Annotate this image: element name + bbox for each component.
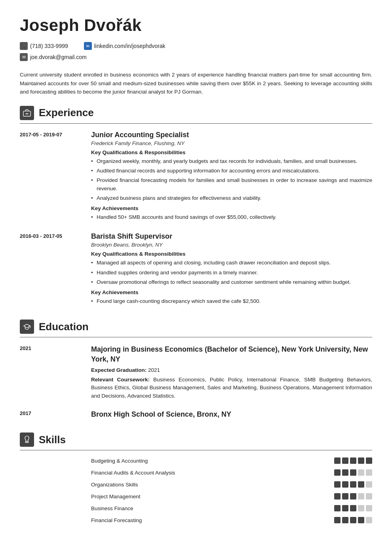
skill-dot-1-1 xyxy=(342,469,348,476)
skill-dot-4-0 xyxy=(334,505,341,511)
skill-name-5: Financial Forecasting xyxy=(91,517,326,523)
skill-dot-0-4 xyxy=(366,457,372,464)
exp2-qual-heading: Key Qualifications & Responsibilities xyxy=(91,251,372,257)
candidate-name: Joseph Dvořák xyxy=(20,16,372,35)
skill-dot-4-2 xyxy=(350,505,356,511)
skill-dot-0-0 xyxy=(334,457,341,464)
skill-dot-3-3 xyxy=(358,493,364,500)
education-divider xyxy=(20,337,372,337)
education-icon xyxy=(20,320,34,334)
skill-dot-2-1 xyxy=(342,481,348,488)
skills-list: Budgeting & AccountingFinancial Audits &… xyxy=(20,457,372,523)
skill-dots-3 xyxy=(334,493,372,500)
exp1-title: Junior Accounting Specialist xyxy=(91,131,372,139)
exp2-achievements: Found large cash-counting discrepancy wh… xyxy=(91,297,372,305)
edu2-details: Bronx High School of Science, Bronx, NY xyxy=(91,410,372,421)
experience-entry-1: 2017-05 - 2019-07 Junior Accounting Spec… xyxy=(20,131,372,225)
skill-dot-1-4 xyxy=(366,469,372,476)
edu2-title: Bronx High School of Science, Bronx, NY xyxy=(91,410,372,419)
edu1-date: 2021 xyxy=(20,344,83,402)
exp1-ach-heading: Key Achievements xyxy=(91,205,372,211)
email-icon: ✉ xyxy=(20,53,28,61)
exp1-details: Junior Accounting Specialist Frederick F… xyxy=(91,131,372,225)
skill-row-4: Business Finance xyxy=(20,505,372,511)
exp2-company: Brooklyn Beans, Brooklyn, NY xyxy=(91,242,372,248)
edu1-graduation: Expected Graduation: 2021 xyxy=(91,366,372,374)
skill-dots-0 xyxy=(334,457,372,464)
skills-header: Skills xyxy=(20,433,372,447)
skills-divider xyxy=(20,450,372,450)
experience-title: Experience xyxy=(39,107,94,119)
exp1-qual-1: Organized weekly, monthly, and yearly bu… xyxy=(91,157,372,165)
skill-dot-0-1 xyxy=(342,457,348,464)
education-section: Education 2021 Majoring in Business Econ… xyxy=(20,320,372,421)
skill-dot-5-3 xyxy=(358,517,364,523)
linkedin-url: linkedin.com/in/josephdvorak xyxy=(94,43,166,49)
experience-section: Experience 2017-05 - 2019-07 Junior Acco… xyxy=(20,106,372,309)
exp2-qual-3: Oversaw promotional offerings to reflect… xyxy=(91,278,372,286)
exp2-qualifications: Managed all aspects of opening and closi… xyxy=(91,259,372,286)
exp1-qualifications: Organized weekly, monthly, and yearly bu… xyxy=(91,157,372,202)
skill-dot-5-2 xyxy=(350,517,356,523)
email-contact: ✉ joe.dvorak@gmail.com xyxy=(20,53,87,61)
skill-dot-2-0 xyxy=(334,481,341,488)
skill-name-3: Project Management xyxy=(91,494,326,500)
skill-dot-1-2 xyxy=(350,469,356,476)
skill-name-4: Business Finance xyxy=(91,505,326,511)
email-block: ✉ joe.dvorak@gmail.com xyxy=(20,53,372,63)
skill-dot-3-0 xyxy=(334,493,341,500)
exp2-ach-1: Found large cash-counting discrepancy wh… xyxy=(91,297,372,305)
experience-entry-2: 2016-03 - 2017-05 Barista Shift Supervis… xyxy=(20,232,372,308)
exp1-qual-4: Analyzed business plans and strategies f… xyxy=(91,194,372,202)
exp2-title: Barista Shift Supervisor xyxy=(91,232,372,241)
skill-row-5: Financial Forecasting xyxy=(20,517,372,523)
skill-dot-0-2 xyxy=(350,457,356,464)
skill-dot-3-4 xyxy=(366,493,372,500)
skill-dot-0-3 xyxy=(358,457,364,464)
edu1-details: Majoring in Business Economics (Bachelor… xyxy=(91,344,372,402)
skill-dot-5-0 xyxy=(334,517,341,523)
exp1-qual-heading: Key Qualifications & Responsibilities xyxy=(91,149,372,155)
exp1-achievements: Handled 50+ SMB accounts and found savin… xyxy=(91,213,372,221)
skill-dots-2 xyxy=(334,481,372,488)
phone-contact: 📞 (718) 333-9999 xyxy=(20,42,68,50)
exp1-ach-1: Handled 50+ SMB accounts and found savin… xyxy=(91,213,372,221)
skills-section: Skills Budgeting & AccountingFinancial A… xyxy=(20,433,372,523)
skill-dot-4-1 xyxy=(342,505,348,511)
skill-dots-5 xyxy=(334,517,372,523)
skill-dot-3-2 xyxy=(350,493,356,500)
skill-dot-2-3 xyxy=(358,481,364,488)
skills-icon xyxy=(20,433,34,447)
skill-row-0: Budgeting & Accounting xyxy=(20,457,372,464)
exp2-qual-1: Managed all aspects of opening and closi… xyxy=(91,259,372,267)
skill-dot-1-0 xyxy=(334,469,341,476)
edu-entry-2: 2017 Bronx High School of Science, Bronx… xyxy=(20,410,372,421)
skill-row-2: Organizations Skills xyxy=(20,481,372,488)
email-address: joe.dvorak@gmail.com xyxy=(30,54,87,60)
skill-name-2: Organizations Skills xyxy=(91,482,326,488)
education-header: Education xyxy=(20,320,372,334)
edu1-coursework: Relevant Coursework: Business Economics,… xyxy=(91,376,372,400)
education-title: Education xyxy=(39,321,89,333)
exp1-company: Frederick Family Finance, Flushing, NY xyxy=(91,140,372,146)
experience-icon xyxy=(20,106,34,120)
skill-row-3: Project Management xyxy=(20,493,372,500)
skill-dot-4-3 xyxy=(358,505,364,511)
phone-icon: 📞 xyxy=(20,42,28,50)
skill-dot-1-3 xyxy=(358,469,364,476)
linkedin-icon: in xyxy=(84,42,92,50)
exp2-ach-heading: Key Achievements xyxy=(91,289,372,295)
skill-dot-5-1 xyxy=(342,517,348,523)
edu2-date: 2017 xyxy=(20,410,83,421)
skill-name-1: Financial Audits & Account Analysis xyxy=(91,470,326,476)
edu-entry-1: 2021 Majoring in Business Economics (Bac… xyxy=(20,344,372,402)
phone-number: (718) 333-9999 xyxy=(30,43,68,49)
skill-dot-5-4 xyxy=(366,517,372,523)
contact-block: 📞 (718) 333-9999 in linkedin.com/in/jose… xyxy=(20,42,372,52)
skills-title: Skills xyxy=(39,434,66,446)
experience-divider xyxy=(20,123,372,124)
exp1-qual-3: Provided financial forecasting models fo… xyxy=(91,176,372,193)
skill-dot-2-4 xyxy=(366,481,372,488)
skill-dots-4 xyxy=(334,505,372,511)
exp2-details: Barista Shift Supervisor Brooklyn Beans,… xyxy=(91,232,372,308)
